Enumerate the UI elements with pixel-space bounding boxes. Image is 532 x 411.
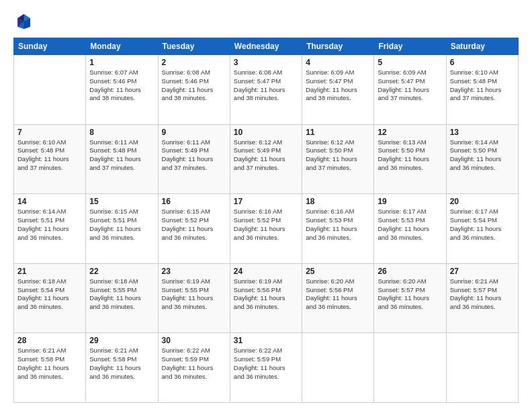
calendar-cell: 23Sunrise: 6:19 AM Sunset: 5:55 PM Dayli… xyxy=(158,263,230,333)
day-info: Sunrise: 6:22 AM Sunset: 5:59 PM Dayligh… xyxy=(234,347,298,381)
day-info: Sunrise: 6:14 AM Sunset: 5:51 PM Dayligh… xyxy=(17,208,82,242)
calendar-cell: 5Sunrise: 6:09 AM Sunset: 5:47 PM Daylig… xyxy=(374,55,446,125)
calendar-cell: 30Sunrise: 6:22 AM Sunset: 5:59 PM Dayli… xyxy=(158,333,230,403)
calendar-cell: 7Sunrise: 6:10 AM Sunset: 5:48 PM Daylig… xyxy=(14,124,86,194)
day-info: Sunrise: 6:09 AM Sunset: 5:47 PM Dayligh… xyxy=(306,68,370,103)
day-info: Sunrise: 6:17 AM Sunset: 5:54 PM Dayligh… xyxy=(450,208,515,242)
day-info: Sunrise: 6:21 AM Sunset: 5:58 PM Dayligh… xyxy=(89,347,154,381)
day-info: Sunrise: 6:18 AM Sunset: 5:54 PM Dayligh… xyxy=(17,277,82,312)
weekday-header-tuesday: Tuesday xyxy=(158,38,230,55)
day-number: 31 xyxy=(234,336,298,345)
calendar-cell: 18Sunrise: 6:16 AM Sunset: 5:53 PM Dayli… xyxy=(302,194,374,264)
logo xyxy=(13,12,35,31)
calendar-cell: 26Sunrise: 6:20 AM Sunset: 5:57 PM Dayli… xyxy=(374,263,446,333)
calendar-cell: 31Sunrise: 6:22 AM Sunset: 5:59 PM Dayli… xyxy=(230,333,302,403)
calendar-cell xyxy=(302,333,374,403)
day-number: 24 xyxy=(234,267,298,276)
day-info: Sunrise: 6:15 AM Sunset: 5:52 PM Dayligh… xyxy=(162,208,226,242)
day-info: Sunrise: 6:21 AM Sunset: 5:57 PM Dayligh… xyxy=(450,277,515,312)
day-number: 7 xyxy=(17,128,82,137)
day-number: 16 xyxy=(162,197,226,206)
calendar-cell: 4Sunrise: 6:09 AM Sunset: 5:47 PM Daylig… xyxy=(302,55,374,125)
day-info: Sunrise: 6:20 AM Sunset: 5:57 PM Dayligh… xyxy=(378,277,442,312)
day-number: 21 xyxy=(17,267,82,276)
day-info: Sunrise: 6:16 AM Sunset: 5:53 PM Dayligh… xyxy=(306,208,370,242)
calendar-cell: 2Sunrise: 6:08 AM Sunset: 5:46 PM Daylig… xyxy=(158,55,230,125)
calendar-cell: 11Sunrise: 6:12 AM Sunset: 5:50 PM Dayli… xyxy=(302,124,374,194)
calendar-cell: 19Sunrise: 6:17 AM Sunset: 5:53 PM Dayli… xyxy=(374,194,446,264)
day-number: 12 xyxy=(378,128,442,137)
day-number: 18 xyxy=(306,197,370,206)
logo-icon xyxy=(13,12,32,31)
day-info: Sunrise: 6:09 AM Sunset: 5:47 PM Dayligh… xyxy=(378,68,442,103)
calendar-cell: 29Sunrise: 6:21 AM Sunset: 5:58 PM Dayli… xyxy=(86,333,158,403)
day-number: 28 xyxy=(17,336,82,345)
day-info: Sunrise: 6:10 AM Sunset: 5:48 PM Dayligh… xyxy=(17,138,82,173)
day-number: 11 xyxy=(306,128,370,137)
day-info: Sunrise: 6:17 AM Sunset: 5:53 PM Dayligh… xyxy=(378,208,442,242)
weekday-header-saturday: Saturday xyxy=(446,38,518,55)
day-info: Sunrise: 6:12 AM Sunset: 5:50 PM Dayligh… xyxy=(306,138,370,173)
day-info: Sunrise: 6:16 AM Sunset: 5:52 PM Dayligh… xyxy=(234,208,298,242)
day-number: 29 xyxy=(89,336,154,345)
weekday-header-sunday: Sunday xyxy=(14,38,86,55)
day-number: 10 xyxy=(234,128,298,137)
calendar-week-row: 28Sunrise: 6:21 AM Sunset: 5:58 PM Dayli… xyxy=(14,333,519,403)
calendar-cell: 22Sunrise: 6:18 AM Sunset: 5:55 PM Dayli… xyxy=(86,263,158,333)
day-number: 20 xyxy=(450,197,515,206)
calendar-cell: 28Sunrise: 6:21 AM Sunset: 5:58 PM Dayli… xyxy=(14,333,86,403)
day-info: Sunrise: 6:11 AM Sunset: 5:49 PM Dayligh… xyxy=(162,138,226,173)
calendar-cell: 10Sunrise: 6:12 AM Sunset: 5:49 PM Dayli… xyxy=(230,124,302,194)
day-number: 22 xyxy=(89,267,154,276)
calendar-cell: 17Sunrise: 6:16 AM Sunset: 5:52 PM Dayli… xyxy=(230,194,302,264)
day-number: 14 xyxy=(17,197,82,206)
calendar-cell: 1Sunrise: 6:07 AM Sunset: 5:46 PM Daylig… xyxy=(86,55,158,125)
calendar-cell: 8Sunrise: 6:11 AM Sunset: 5:48 PM Daylig… xyxy=(86,124,158,194)
day-number: 15 xyxy=(89,197,154,206)
calendar-cell: 12Sunrise: 6:13 AM Sunset: 5:50 PM Dayli… xyxy=(374,124,446,194)
calendar-week-row: 14Sunrise: 6:14 AM Sunset: 5:51 PM Dayli… xyxy=(14,194,519,264)
day-number: 4 xyxy=(306,58,370,67)
day-info: Sunrise: 6:14 AM Sunset: 5:50 PM Dayligh… xyxy=(450,138,515,173)
day-info: Sunrise: 6:08 AM Sunset: 5:46 PM Dayligh… xyxy=(162,68,226,103)
calendar-cell: 14Sunrise: 6:14 AM Sunset: 5:51 PM Dayli… xyxy=(14,194,86,264)
weekday-header-wednesday: Wednesday xyxy=(230,38,302,55)
day-number: 17 xyxy=(234,197,298,206)
header xyxy=(13,12,519,31)
day-info: Sunrise: 6:11 AM Sunset: 5:48 PM Dayligh… xyxy=(89,138,154,173)
calendar-week-row: 21Sunrise: 6:18 AM Sunset: 5:54 PM Dayli… xyxy=(14,263,519,333)
calendar-cell: 6Sunrise: 6:10 AM Sunset: 5:48 PM Daylig… xyxy=(446,55,518,125)
day-number: 9 xyxy=(162,128,226,137)
day-info: Sunrise: 6:08 AM Sunset: 5:47 PM Dayligh… xyxy=(234,68,298,103)
calendar-cell: 15Sunrise: 6:15 AM Sunset: 5:51 PM Dayli… xyxy=(86,194,158,264)
calendar-cell: 9Sunrise: 6:11 AM Sunset: 5:49 PM Daylig… xyxy=(158,124,230,194)
day-info: Sunrise: 6:21 AM Sunset: 5:58 PM Dayligh… xyxy=(17,347,82,381)
calendar-cell: 16Sunrise: 6:15 AM Sunset: 5:52 PM Dayli… xyxy=(158,194,230,264)
calendar-cell: 24Sunrise: 6:19 AM Sunset: 5:56 PM Dayli… xyxy=(230,263,302,333)
day-number: 30 xyxy=(162,336,226,345)
day-number: 5 xyxy=(378,58,442,67)
calendar-cell xyxy=(374,333,446,403)
calendar-header-row: SundayMondayTuesdayWednesdayThursdayFrid… xyxy=(14,38,519,55)
weekday-header-friday: Friday xyxy=(374,38,446,55)
day-info: Sunrise: 6:12 AM Sunset: 5:49 PM Dayligh… xyxy=(234,138,298,173)
calendar-cell: 20Sunrise: 6:17 AM Sunset: 5:54 PM Dayli… xyxy=(446,194,518,264)
calendar-table: SundayMondayTuesdayWednesdayThursdayFrid… xyxy=(13,38,519,403)
calendar-cell: 25Sunrise: 6:20 AM Sunset: 5:56 PM Dayli… xyxy=(302,263,374,333)
page: SundayMondayTuesdayWednesdayThursdayFrid… xyxy=(0,0,532,411)
day-number: 25 xyxy=(306,267,370,276)
day-number: 26 xyxy=(378,267,442,276)
day-number: 27 xyxy=(450,267,515,276)
calendar-cell xyxy=(446,333,518,403)
day-number: 3 xyxy=(234,58,298,67)
day-info: Sunrise: 6:10 AM Sunset: 5:48 PM Dayligh… xyxy=(450,68,515,103)
day-number: 6 xyxy=(450,58,515,67)
day-info: Sunrise: 6:19 AM Sunset: 5:55 PM Dayligh… xyxy=(162,277,226,312)
day-number: 13 xyxy=(450,128,515,137)
day-info: Sunrise: 6:07 AM Sunset: 5:46 PM Dayligh… xyxy=(89,68,154,103)
calendar-cell: 21Sunrise: 6:18 AM Sunset: 5:54 PM Dayli… xyxy=(14,263,86,333)
day-number: 2 xyxy=(162,58,226,67)
weekday-header-monday: Monday xyxy=(86,38,158,55)
calendar-cell: 13Sunrise: 6:14 AM Sunset: 5:50 PM Dayli… xyxy=(446,124,518,194)
day-number: 1 xyxy=(89,58,154,67)
